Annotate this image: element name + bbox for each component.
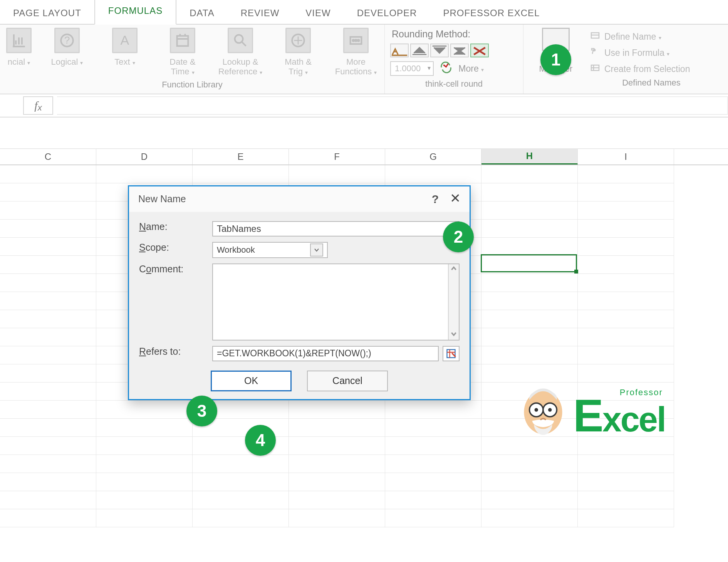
ribbon-tab-data[interactable]: DATA: [176, 1, 227, 24]
cell[interactable]: [481, 220, 578, 238]
cell[interactable]: [481, 455, 578, 473]
cell[interactable]: [578, 364, 674, 382]
funclib-logical-button[interactable]: ?Logical ▾: [44, 28, 90, 67]
cell[interactable]: [0, 401, 96, 419]
cell[interactable]: [385, 509, 481, 527]
cell[interactable]: [578, 346, 674, 364]
funclib-lookup-button[interactable]: Lookup &Reference ▾: [217, 28, 263, 77]
scroll-down-icon[interactable]: [450, 330, 457, 340]
column-header-D[interactable]: D: [96, 149, 193, 164]
cell[interactable]: [289, 473, 385, 491]
ribbon-tab-review[interactable]: REVIEW: [228, 1, 293, 24]
cell[interactable]: [289, 509, 385, 527]
cell[interactable]: [193, 165, 289, 183]
ribbon-tab-formulas[interactable]: FORMULAS: [94, 0, 176, 25]
cell[interactable]: [481, 165, 578, 183]
cell[interactable]: [289, 491, 385, 509]
scroll-up-icon[interactable]: [450, 264, 457, 274]
column-header-G[interactable]: G: [385, 149, 481, 164]
cell[interactable]: [385, 473, 481, 491]
cell[interactable]: [578, 274, 674, 292]
cell[interactable]: [578, 183, 674, 201]
cell[interactable]: [578, 310, 674, 328]
cell[interactable]: [0, 201, 96, 220]
rounding-icon-5[interactable]: [470, 44, 489, 57]
cell[interactable]: [481, 183, 578, 201]
formula-input[interactable]: [57, 96, 728, 115]
funclib-financial-button[interactable]: ncial ▾: [5, 28, 32, 67]
cell[interactable]: [578, 220, 674, 238]
cell[interactable]: [0, 437, 96, 455]
cell[interactable]: [289, 437, 385, 455]
cell[interactable]: [481, 201, 578, 220]
cell[interactable]: [481, 310, 578, 328]
cell[interactable]: [385, 401, 481, 419]
comment-textarea[interactable]: [212, 263, 460, 341]
cell[interactable]: [0, 292, 96, 310]
cell[interactable]: [385, 455, 481, 473]
refers-to-input[interactable]: [212, 346, 439, 361]
cell[interactable]: [0, 364, 96, 382]
cell[interactable]: [481, 473, 578, 491]
cell[interactable]: [481, 274, 578, 292]
cell[interactable]: [385, 491, 481, 509]
cell[interactable]: [385, 437, 481, 455]
column-header-E[interactable]: E: [193, 149, 289, 164]
name-input[interactable]: [212, 221, 460, 237]
cell[interactable]: [0, 491, 96, 509]
cell[interactable]: [289, 419, 385, 437]
rounding-icon-4[interactable]: [450, 44, 469, 57]
cell[interactable]: [193, 455, 289, 473]
cell[interactable]: [481, 509, 578, 527]
column-header-I[interactable]: I: [578, 149, 674, 164]
cell[interactable]: [481, 346, 578, 364]
cell[interactable]: [96, 165, 193, 183]
cell[interactable]: [481, 328, 578, 346]
funclib-date-button[interactable]: Date &Time ▾: [159, 28, 206, 77]
range-picker-button[interactable]: [443, 346, 460, 361]
cell[interactable]: [0, 165, 96, 183]
cell[interactable]: [289, 401, 385, 419]
cell[interactable]: [578, 292, 674, 310]
cell[interactable]: [578, 455, 674, 473]
cell[interactable]: [96, 455, 193, 473]
cell[interactable]: [96, 509, 193, 527]
cell[interactable]: [96, 473, 193, 491]
cell[interactable]: [0, 509, 96, 527]
cell[interactable]: [578, 165, 674, 183]
cell[interactable]: [96, 437, 193, 455]
funclib-math-button[interactable]: Math &Trig ▾: [275, 28, 321, 77]
cell[interactable]: [289, 455, 385, 473]
column-header-H[interactable]: H: [481, 149, 578, 164]
cell[interactable]: [193, 509, 289, 527]
dialog-close-button[interactable]: [450, 193, 460, 205]
cell[interactable]: [481, 491, 578, 509]
cell[interactable]: [193, 491, 289, 509]
cell[interactable]: [96, 401, 193, 419]
defined-names-use-in-formula[interactable]: Use in Formula ▾: [590, 47, 713, 59]
cell[interactable]: [578, 509, 674, 527]
scope-select[interactable]: Workbook: [212, 242, 328, 258]
cell[interactable]: [578, 201, 674, 220]
ribbon-tab-developer[interactable]: DEVELOPER: [344, 1, 430, 24]
cell[interactable]: [578, 256, 674, 274]
cell[interactable]: [0, 220, 96, 238]
fx-icon[interactable]: fx: [23, 96, 53, 115]
cell[interactable]: [0, 238, 96, 256]
cell[interactable]: [385, 165, 481, 183]
sync-icon[interactable]: [440, 62, 452, 75]
cell[interactable]: [481, 238, 578, 256]
cell[interactable]: [481, 256, 578, 274]
cell[interactable]: [481, 437, 578, 455]
dialog-help-button[interactable]: ?: [420, 193, 450, 206]
cancel-button[interactable]: Cancel: [307, 371, 388, 391]
ok-button[interactable]: OK: [211, 371, 292, 391]
cell[interactable]: [385, 419, 481, 437]
defined-names-create-from-selection[interactable]: Create from Selection: [590, 63, 713, 75]
cell[interactable]: [96, 491, 193, 509]
rounding-icon-2[interactable]: [410, 44, 429, 57]
cell[interactable]: [578, 491, 674, 509]
ribbon-tab-page-layout[interactable]: PAGE LAYOUT: [0, 1, 94, 24]
cell[interactable]: [0, 455, 96, 473]
defined-names-define-name[interactable]: Define Name ▾: [590, 31, 713, 42]
